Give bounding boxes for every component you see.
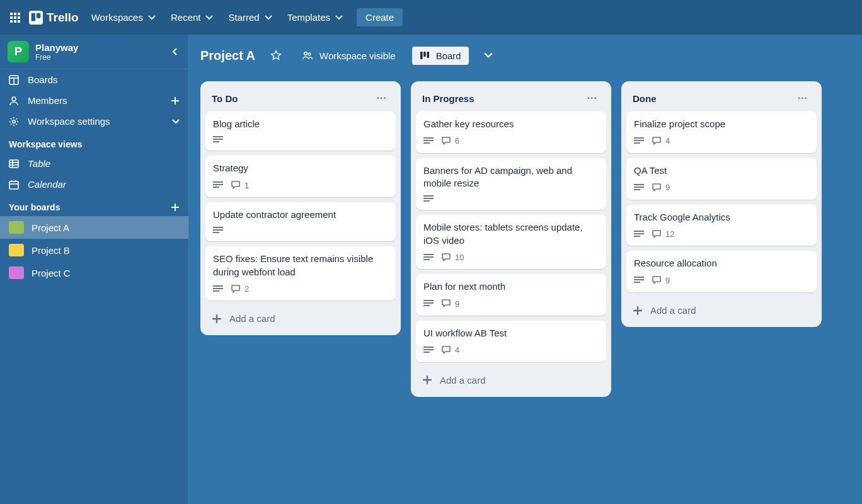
- sidebar-view-calendar[interactable]: Calendar: [0, 174, 188, 195]
- list: In Progress ··· Gather key resources6Ban…: [411, 81, 611, 397]
- board-content: Project A Workspace visible Board To Do …: [189, 35, 862, 504]
- card-title: Blog article: [213, 118, 388, 130]
- list-header: In Progress ···: [416, 88, 606, 106]
- sidebar-board-entry[interactable]: Project B: [0, 239, 188, 261]
- card[interactable]: Mobile stores: tablets screens update, i…: [416, 215, 606, 269]
- list-title[interactable]: In Progress: [422, 93, 474, 104]
- list-menu-button[interactable]: ···: [585, 91, 600, 105]
- board-swatch: [9, 221, 24, 234]
- description-icon: [213, 181, 223, 190]
- svg-rect-1: [14, 13, 16, 15]
- add-card-button[interactable]: Add a card: [626, 300, 817, 321]
- list-title[interactable]: To Do: [212, 93, 238, 104]
- workspace-visibility-label: Workspace visible: [319, 50, 396, 61]
- trello-logo[interactable]: Trello: [29, 11, 79, 25]
- chevron-down-icon: [265, 15, 272, 20]
- svg-point-26: [308, 53, 311, 55]
- card[interactable]: Plan for next month9: [416, 274, 606, 316]
- list-menu-button[interactable]: ···: [374, 91, 389, 105]
- svg-rect-27: [420, 52, 423, 59]
- card[interactable]: Gather key resources6: [416, 112, 606, 153]
- chevron-down-icon: [335, 15, 343, 20]
- board-swatch: [9, 266, 24, 279]
- card-badges: [423, 195, 599, 203]
- add-card-button[interactable]: Add a card: [416, 370, 606, 391]
- chevron-down-icon: [205, 15, 213, 20]
- svg-rect-17: [9, 160, 18, 168]
- collapse-sidebar-button[interactable]: [168, 43, 182, 60]
- sidebar-item-boards[interactable]: Boards: [0, 69, 188, 90]
- workspace-logo: P: [8, 41, 29, 62]
- card[interactable]: Finalize project scope4: [626, 112, 817, 153]
- sidebar-item-label: Workspace settings: [28, 116, 110, 127]
- sidebar-item-label: Members: [28, 95, 67, 106]
- board-view-button[interactable]: Board: [412, 47, 469, 65]
- create-button[interactable]: Create: [357, 8, 403, 26]
- card[interactable]: Strategy1: [205, 156, 396, 197]
- nav-workspaces-label: Workspaces: [91, 12, 143, 23]
- card[interactable]: Resource allocation9: [626, 251, 817, 292]
- svg-rect-10: [32, 13, 35, 21]
- card[interactable]: SEO fixes: Ensure text remains visible d…: [205, 246, 396, 301]
- board-view-dropdown[interactable]: [480, 49, 497, 62]
- list-title[interactable]: Done: [633, 93, 657, 104]
- card[interactable]: Update contractor agreement: [205, 202, 396, 241]
- list: Done ··· Finalize project scope4QA Test9…: [621, 81, 822, 327]
- nav-recent[interactable]: Recent: [164, 8, 220, 26]
- board-entry-label: Project B: [32, 245, 70, 256]
- card-badges: 1: [213, 180, 388, 192]
- workspace-visibility[interactable]: Workspace visible: [297, 46, 401, 65]
- list-menu-button[interactable]: ···: [795, 91, 810, 105]
- comments-badge: 9: [652, 275, 670, 287]
- nav-recent-label: Recent: [171, 12, 201, 23]
- card[interactable]: QA Test9: [626, 158, 817, 200]
- nav-workspaces[interactable]: Workspaces: [85, 8, 162, 26]
- nav-templates-label: Templates: [287, 12, 330, 23]
- comments-badge: 1: [231, 180, 249, 192]
- svg-rect-3: [10, 16, 13, 19]
- card-badges: [213, 226, 388, 235]
- workspace-header[interactable]: P Planyway Free: [0, 35, 188, 69]
- gear-icon: [9, 117, 19, 127]
- card-title: Banners for AD campaign, web and mobile …: [423, 164, 599, 190]
- table-icon: [9, 159, 19, 169]
- card[interactable]: UI workflow AB Test4: [416, 321, 606, 362]
- plus-icon[interactable]: [171, 96, 180, 105]
- card[interactable]: Banners for AD campaign, web and mobile …: [416, 158, 606, 210]
- plus-icon[interactable]: [171, 203, 180, 212]
- comments-badge: 4: [652, 135, 670, 147]
- board-canvas[interactable]: To Do ··· Blog articleStrategy1Update co…: [189, 76, 862, 504]
- nav-templates[interactable]: Templates: [281, 8, 349, 26]
- add-card-button[interactable]: Add a card: [205, 308, 396, 329]
- sidebar-item-settings[interactable]: Workspace settings: [0, 111, 188, 132]
- description-icon: [423, 299, 434, 308]
- nav-starred[interactable]: Starred: [222, 8, 278, 26]
- board-swatch: [9, 244, 24, 256]
- sidebar-board-entry[interactable]: Project C: [0, 261, 188, 284]
- description-icon: [213, 135, 223, 144]
- sidebar-item-label: Boards: [28, 74, 58, 85]
- sidebar: P Planyway Free Boards Members Workspace…: [0, 35, 189, 504]
- board-icon: [9, 75, 19, 85]
- board-view-label: Board: [436, 50, 461, 61]
- sidebar-item-members[interactable]: Members: [0, 90, 188, 111]
- card-badges: [213, 135, 388, 144]
- sidebar-view-table[interactable]: Table: [0, 153, 188, 174]
- svg-rect-28: [423, 52, 426, 57]
- card[interactable]: Track Google Analytics12: [626, 205, 817, 246]
- svg-point-16: [13, 120, 15, 122]
- description-icon: [213, 285, 223, 294]
- sidebar-board-entry[interactable]: Project A: [0, 216, 188, 239]
- card-badges: 6: [423, 135, 599, 147]
- svg-rect-11: [37, 13, 40, 18]
- card[interactable]: Blog article: [205, 112, 396, 151]
- workspace-views-title: Workspace views: [0, 132, 188, 153]
- create-button-label: Create: [365, 12, 394, 23]
- add-card-label: Add a card: [650, 305, 696, 316]
- apps-icon[interactable]: [5, 8, 25, 28]
- board-title[interactable]: Project A: [200, 49, 255, 63]
- board-header: Project A Workspace visible Board: [189, 35, 862, 76]
- svg-rect-5: [18, 16, 20, 19]
- star-button[interactable]: [267, 46, 285, 65]
- description-icon: [423, 137, 434, 146]
